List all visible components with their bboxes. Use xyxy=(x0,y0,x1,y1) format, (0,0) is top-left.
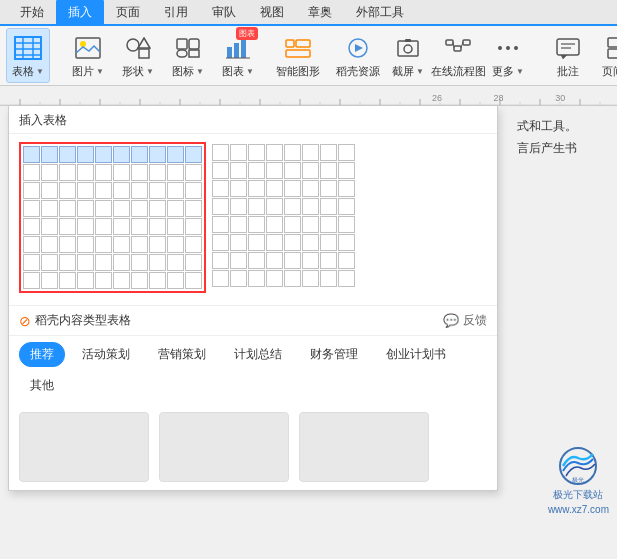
grid-cell[interactable] xyxy=(59,164,76,181)
grid-cell[interactable] xyxy=(302,144,319,161)
grid-cell[interactable] xyxy=(167,236,184,253)
grid-cell[interactable] xyxy=(77,236,94,253)
grid-cell[interactable] xyxy=(23,236,40,253)
template-card-1[interactable] xyxy=(19,412,149,482)
grid-cell[interactable] xyxy=(266,198,283,215)
grid-cell[interactable] xyxy=(59,254,76,271)
tab-zhangao[interactable]: 章奥 xyxy=(296,0,344,25)
grid-cell[interactable] xyxy=(131,182,148,199)
grid-cell[interactable] xyxy=(185,200,202,217)
grid-cell[interactable] xyxy=(95,236,112,253)
grid-cell[interactable] xyxy=(113,254,130,271)
grid-cell[interactable] xyxy=(266,162,283,179)
grid-cell[interactable] xyxy=(338,198,355,215)
grid-cell[interactable] xyxy=(284,198,301,215)
grid-cell[interactable] xyxy=(113,218,130,235)
grid-cell[interactable] xyxy=(230,180,247,197)
grid-cell[interactable] xyxy=(302,216,319,233)
grid-cell[interactable] xyxy=(320,144,337,161)
grid-cell[interactable] xyxy=(185,182,202,199)
grid-cell[interactable] xyxy=(113,236,130,253)
shape-button[interactable]: 形状 ▼ xyxy=(116,29,160,82)
screenshot-button[interactable]: 截屏 ▼ xyxy=(386,29,430,82)
grid-cell[interactable] xyxy=(212,198,229,215)
grid-cell[interactable] xyxy=(230,270,247,287)
grid-cell[interactable] xyxy=(230,252,247,269)
grid-cell[interactable] xyxy=(212,270,229,287)
grid-cell[interactable] xyxy=(230,198,247,215)
grid-cell[interactable] xyxy=(284,162,301,179)
grid-cell[interactable] xyxy=(167,218,184,235)
tab-charu[interactable]: 插入 xyxy=(56,0,104,25)
grid-cell[interactable] xyxy=(77,254,94,271)
grid-cell[interactable] xyxy=(284,252,301,269)
grid-cell[interactable] xyxy=(284,144,301,161)
grid-cell[interactable] xyxy=(113,200,130,217)
grid-cell[interactable] xyxy=(185,146,202,163)
grid-cell[interactable] xyxy=(338,162,355,179)
grid-cell[interactable] xyxy=(23,254,40,271)
grid-cell[interactable] xyxy=(113,146,130,163)
grid-cell[interactable] xyxy=(41,272,58,289)
cat-tab-finance[interactable]: 财务管理 xyxy=(299,342,369,367)
grid-cell[interactable] xyxy=(167,200,184,217)
cat-tab-other[interactable]: 其他 xyxy=(19,373,65,398)
grid-cell[interactable] xyxy=(113,164,130,181)
grid-cell[interactable] xyxy=(41,164,58,181)
grid-cell[interactable] xyxy=(41,182,58,199)
grid-cell[interactable] xyxy=(284,234,301,251)
grid-cell[interactable] xyxy=(77,200,94,217)
grid-cell[interactable] xyxy=(266,144,283,161)
feedback-link[interactable]: 💬 反馈 xyxy=(443,312,487,329)
grid-cell[interactable] xyxy=(59,200,76,217)
chart-button[interactable]: 图表 图表 ▼ xyxy=(216,29,260,82)
grid-cell[interactable] xyxy=(248,270,265,287)
grid-cell[interactable] xyxy=(23,182,40,199)
grid-cell[interactable] xyxy=(212,180,229,197)
cat-tab-marketing[interactable]: 营销策划 xyxy=(147,342,217,367)
grid-cell[interactable] xyxy=(266,216,283,233)
grid-cell[interactable] xyxy=(41,146,58,163)
grid-cell[interactable] xyxy=(23,146,40,163)
grid-cell[interactable] xyxy=(77,146,94,163)
grid-cell[interactable] xyxy=(185,236,202,253)
grid-cell[interactable] xyxy=(338,234,355,251)
tab-waibu[interactable]: 外部工具 xyxy=(344,0,416,25)
tab-yemian[interactable]: 页面 xyxy=(104,0,152,25)
grid-cell[interactable] xyxy=(338,216,355,233)
grid-cell[interactable] xyxy=(212,216,229,233)
grid-cell[interactable] xyxy=(230,144,247,161)
grid-cell[interactable] xyxy=(131,146,148,163)
grid-cell[interactable] xyxy=(167,254,184,271)
table-button[interactable]: 表格 ▼ xyxy=(6,28,50,83)
grid-cell[interactable] xyxy=(77,272,94,289)
grid-cell[interactable] xyxy=(302,270,319,287)
grid-cell[interactable] xyxy=(185,218,202,235)
grid-cell[interactable] xyxy=(131,272,148,289)
grid-cell[interactable] xyxy=(284,216,301,233)
template-card-2[interactable] xyxy=(159,412,289,482)
grid-cell[interactable] xyxy=(338,252,355,269)
grid-cell[interactable] xyxy=(284,270,301,287)
grid-cell[interactable] xyxy=(149,272,166,289)
content-type-link[interactable]: ⊘ 稻壳内容类型表格 xyxy=(19,312,131,329)
grid-cell[interactable] xyxy=(131,236,148,253)
grid-cell[interactable] xyxy=(95,146,112,163)
grid-cell[interactable] xyxy=(23,272,40,289)
grid-cell[interactable] xyxy=(185,254,202,271)
grid-cell[interactable] xyxy=(248,216,265,233)
grid-cell[interactable] xyxy=(95,218,112,235)
tab-yinyong[interactable]: 引用 xyxy=(152,0,200,25)
daoke-button[interactable]: 稻壳资源 xyxy=(336,29,380,82)
grid-cell[interactable] xyxy=(212,162,229,179)
grid-cell[interactable] xyxy=(266,270,283,287)
grid-cell[interactable] xyxy=(149,254,166,271)
grid-cell[interactable] xyxy=(167,146,184,163)
grid-cell[interactable] xyxy=(59,146,76,163)
grid-cell[interactable] xyxy=(284,180,301,197)
grid-cell[interactable] xyxy=(212,252,229,269)
more-button[interactable]: 更多 ▼ xyxy=(486,29,530,82)
grid-cell[interactable] xyxy=(95,182,112,199)
grid-cell[interactable] xyxy=(23,164,40,181)
grid-cell[interactable] xyxy=(212,234,229,251)
